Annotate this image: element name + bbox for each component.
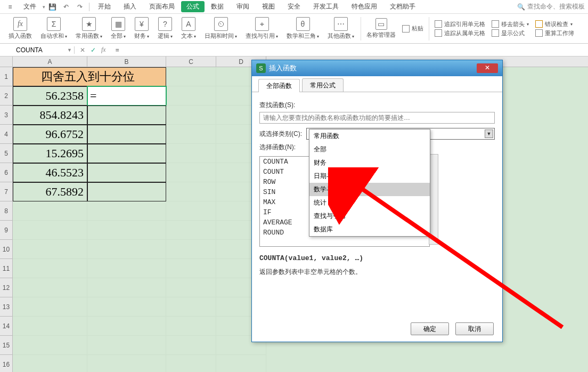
command-search[interactable]: 🔍 查找命令、搜索模板 — [517, 2, 585, 11]
tab-all-functions[interactable]: 全部函数 — [258, 79, 300, 92]
ribbon-trace-precedents[interactable]: 追踪引用单元格 — [435, 20, 485, 28]
ribbon-show-formulas[interactable]: 显示公式 — [492, 29, 529, 37]
redo-icon[interactable]: ↷ — [75, 2, 85, 12]
opt-lookup[interactable]: 查找与引用 — [309, 209, 430, 223]
cell-c1[interactable] — [166, 67, 216, 86]
cell-b4[interactable] — [87, 125, 166, 144]
ribbon-all[interactable]: ▦全部 — [107, 16, 130, 41]
fx-icon[interactable]: fx — [101, 46, 106, 54]
cell-a7[interactable]: 67.5892 — [13, 182, 87, 201]
menu-layout[interactable]: 页面布局 — [143, 2, 181, 11]
ribbon-paste[interactable]: 粘贴 — [402, 25, 423, 33]
ribbon-recalc[interactable]: 重算工作簿 — [535, 29, 574, 37]
menu-dev[interactable]: 开发工具 — [307, 2, 345, 11]
dropdown-arrow-icon[interactable]: ▼ — [485, 130, 493, 138]
menubar: ≡ 文件 ▾ 💾 ↶ ↷ 开始 插入 页面布局 公式 数据 审阅 视图 安全 开… — [0, 0, 588, 14]
ribbon-math[interactable]: θ数学和三角 — [282, 16, 323, 41]
menu-dd-icon[interactable]: ▾ — [43, 4, 45, 10]
ribbon-text[interactable]: A文本 — [177, 16, 200, 41]
menu-home[interactable]: 开始 — [92, 2, 117, 11]
ok-button[interactable]: 确定 — [411, 322, 449, 335]
dialog-icon: S — [256, 63, 266, 73]
row-header-7[interactable]: 7 — [0, 182, 13, 201]
select-all-corner[interactable] — [0, 56, 13, 67]
cell-a5[interactable]: 15.2695 — [13, 144, 87, 163]
menu-insert[interactable]: 插入 — [117, 2, 143, 11]
menu-data[interactable]: 数据 — [205, 2, 230, 11]
opt-datetime[interactable]: 日期与时间 — [309, 169, 430, 183]
accept-formula-icon[interactable]: ✓ — [91, 46, 96, 54]
menu-security[interactable]: 安全 — [281, 2, 307, 11]
row-header-2[interactable]: 2 — [0, 86, 13, 106]
opt-math-trig[interactable]: 数学与三角函数 — [309, 183, 430, 196]
opt-statistical[interactable]: 统计 — [309, 196, 430, 209]
dialog-titlebar[interactable]: S 插入函数 ✕ — [252, 60, 502, 76]
ribbon-datetime[interactable]: ⏲日期和时间 — [200, 16, 241, 41]
dialog-tabs: 全部函数 常用公式 — [252, 76, 502, 92]
search-label: 查找函数(S): — [259, 101, 495, 110]
cell-a1-b1-title[interactable]: 四舍五入到十分位 — [13, 67, 166, 86]
row-header-1[interactable]: 1 — [0, 67, 13, 86]
opt-financial[interactable]: 财务 — [309, 156, 430, 169]
search-icon: 🔍 — [517, 3, 525, 11]
cell-a3[interactable]: 854.8243 — [13, 106, 87, 125]
function-description: 返回参数列表中非空单元格的个数。 — [259, 268, 495, 277]
undo-icon[interactable]: ↶ — [61, 2, 71, 12]
menu-file[interactable]: 文件 — [17, 2, 43, 11]
row-header-3[interactable]: 3 — [0, 106, 13, 125]
save-icon[interactable]: 💾 — [47, 2, 57, 12]
ribbon-financial[interactable]: ¥财务 — [130, 16, 153, 41]
menu-review[interactable]: 审阅 — [230, 2, 256, 11]
ribbon-other[interactable]: ⋯其他函数 — [323, 16, 358, 41]
cell-b2-active[interactable]: = — [87, 86, 166, 106]
opt-database[interactable]: 数据库 — [309, 223, 430, 236]
ribbon-logical[interactable]: ?逻辑 — [153, 16, 177, 41]
opt-recent[interactable]: 常用函数 — [309, 130, 430, 143]
row-header-4[interactable]: 4 — [0, 125, 13, 144]
dialog-title: 插入函数 — [269, 63, 297, 73]
category-label: 或选择类别(C): — [259, 130, 302, 139]
ribbon-name-mgr[interactable]: ▭名称管理器 — [366, 18, 396, 39]
cancel-formula-icon[interactable]: ✕ — [80, 46, 85, 54]
row-header-6[interactable]: 6 — [0, 163, 13, 182]
cell-b7[interactable] — [87, 182, 166, 201]
ribbon-insert-fn[interactable]: fx插入函数 — [4, 16, 36, 41]
ribbon: fx插入函数 Σ自动求和 ★常用函数 ▦全部 ¥财务 ?逻辑 A文本 ⏲日期和时… — [0, 14, 588, 44]
ribbon-error-check[interactable]: 错误检查▾ — [535, 20, 574, 28]
cell-a4[interactable]: 96.6752 — [13, 125, 87, 144]
cancel-button[interactable]: 取消 — [455, 322, 494, 335]
cell-b5[interactable] — [87, 144, 166, 163]
col-header-a[interactable]: A — [13, 56, 87, 67]
menu-dochelper[interactable]: 文档助手 — [383, 2, 422, 11]
name-box[interactable]: COUNTA ▼ — [0, 46, 75, 54]
ribbon-lookup[interactable]: ⌖查找与引用 — [241, 16, 282, 41]
formula-bar: COUNTA ▼ ✕ ✓ fx = — [0, 44, 588, 56]
cell-a6[interactable]: 46.5523 — [13, 163, 87, 182]
row-header-5[interactable]: 5 — [0, 144, 13, 163]
ribbon-recent[interactable]: ★常用函数 — [71, 16, 107, 41]
close-button[interactable]: ✕ — [477, 63, 498, 73]
function-signature: COUNTA(value1, value2, …) — [259, 254, 495, 262]
cell-b6[interactable] — [87, 163, 166, 182]
search-placeholder: 查找命令、搜索模板 — [527, 2, 585, 11]
ribbon-remove-arrows[interactable]: 移去箭头▾ — [492, 20, 529, 28]
menu-formula[interactable]: 公式 — [181, 1, 205, 12]
menu-special[interactable]: 特色应用 — [345, 2, 383, 11]
cell-a2[interactable]: 56.2358 — [13, 86, 87, 106]
ribbon-autosum[interactable]: Σ自动求和 — [36, 16, 71, 41]
search-input[interactable] — [259, 112, 495, 124]
opt-all[interactable]: 全部 — [309, 143, 430, 156]
category-dropdown: 常用函数 全部 财务 日期与时间 数学与三角函数 统计 查找与引用 数据库 — [309, 129, 430, 237]
menu-icon[interactable]: ≡ — [5, 2, 15, 12]
ribbon-trace-dependents[interactable]: 追踪从属单元格 — [435, 29, 485, 37]
menu-view[interactable]: 视图 — [256, 2, 281, 11]
tab-common-formulas[interactable]: 常用公式 — [302, 78, 344, 92]
formula-input[interactable]: = — [111, 46, 588, 54]
col-header-b[interactable]: B — [87, 56, 166, 67]
col-header-c[interactable]: C — [166, 56, 216, 67]
cell-b3[interactable] — [87, 106, 166, 125]
name-box-dropdown-icon[interactable]: ▼ — [67, 47, 72, 53]
